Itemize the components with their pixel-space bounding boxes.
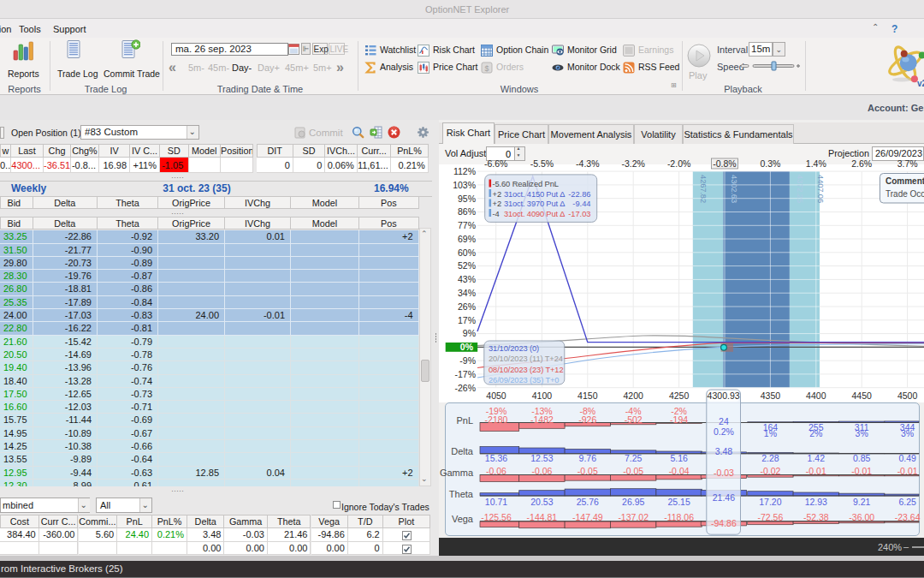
svg-text:20.53: 20.53	[530, 497, 553, 507]
svg-text:60%: 60%	[458, 247, 476, 258]
svg-text:0%: 0%	[460, 342, 474, 352]
svg-text:-0.03: -0.03	[714, 468, 734, 478]
svg-text:-17%: -17%	[454, 369, 476, 379]
svg-text:-137.02: -137.02	[618, 512, 649, 522]
svg-text:-147.49: -147.49	[572, 512, 603, 522]
svg-text:Delta: Delta	[451, 446, 474, 456]
svg-text:-0.05: -0.05	[623, 466, 643, 476]
svg-text:9.21: 9.21	[853, 497, 871, 507]
svg-text:5.16: 5.16	[670, 453, 688, 463]
svg-text:43%: 43%	[458, 274, 476, 284]
svg-text:34%: 34%	[458, 288, 476, 298]
svg-text:3.7%: 3.7%	[897, 158, 918, 169]
svg-text:Gamma: Gamma	[440, 468, 474, 478]
svg-text:31/10/2023 (0): 31/10/2023 (0)	[489, 344, 539, 353]
svg-text:-0.06: -0.06	[486, 466, 506, 476]
svg-text:31oct. 4090 Put Δ: 31oct. 4090 Put Δ	[504, 210, 565, 218]
svg-text:-125.56: -125.56	[481, 512, 512, 522]
svg-text:3%: 3%	[856, 428, 868, 438]
svg-text:77%: 77%	[458, 220, 476, 230]
svg-text:-2180: -2180	[485, 414, 508, 425]
svg-text:-926: -926	[578, 414, 596, 425]
svg-text:-36.00: -36.00	[849, 512, 874, 522]
svg-text:2.28: 2.28	[761, 453, 779, 463]
svg-text:-4: -4	[493, 210, 500, 218]
svg-text:+2: +2	[493, 200, 502, 208]
svg-text:4302.63: 4302.63	[730, 175, 738, 203]
svg-text:24: 24	[719, 416, 729, 426]
svg-text:9%: 9%	[463, 328, 476, 338]
svg-text:103%: 103%	[453, 180, 476, 190]
svg-text:Theta: Theta	[449, 489, 474, 499]
svg-text:-72.56: -72.56	[758, 512, 784, 522]
svg-text:26.95: 26.95	[622, 497, 644, 507]
svg-text:3.48: 3.48	[715, 446, 733, 456]
svg-text:17.20: 17.20	[759, 497, 781, 507]
svg-text:Trade Occu: Trade Occu	[886, 189, 924, 199]
svg-text:-9.44: -9.44	[572, 200, 590, 208]
svg-text:6.25: 6.25	[898, 497, 916, 507]
svg-text:-0.06: -0.06	[531, 466, 552, 476]
svg-text:-0.8%: -0.8%	[713, 158, 736, 169]
svg-text:PnL: PnL	[456, 415, 473, 426]
svg-text:4267.82: 4267.82	[699, 175, 708, 203]
svg-text:9.76: 9.76	[579, 453, 597, 463]
svg-text:-144.81: -144.81	[527, 512, 558, 522]
svg-text:1.4%: 1.4%	[806, 158, 826, 169]
svg-text:10.71: 10.71	[485, 497, 507, 507]
svg-text:-0.04: -0.04	[669, 466, 690, 476]
svg-text:Vega: Vega	[452, 514, 474, 524]
svg-text:12.93: 12.93	[805, 497, 827, 507]
svg-text:-6.6%: -6.6%	[484, 158, 507, 169]
svg-text:v2: v2	[917, 79, 924, 87]
svg-text:-23.64: -23.64	[895, 512, 921, 522]
svg-text:86%: 86%	[458, 206, 476, 217]
svg-text:-94.86: -94.86	[711, 518, 737, 528]
svg-text:4372.25: 4372.25	[796, 175, 804, 203]
svg-text:$: $	[484, 64, 489, 73]
svg-text:0.2%: 0.2%	[714, 426, 734, 437]
svg-text:-0.01: -0.01	[806, 466, 826, 476]
svg-text:-52.38: -52.38	[803, 512, 829, 522]
svg-text:31oct. 4150 Put Δ: 31oct. 4150 Put Δ	[504, 190, 565, 199]
svg-text:-502: -502	[625, 414, 643, 425]
svg-text:52%: 52%	[458, 260, 476, 271]
svg-text:20/10/2023 (11) T+24: 20/10/2023 (11) T+24	[489, 355, 563, 363]
svg-text:-118.06: -118.06	[664, 512, 694, 522]
svg-text:7.25: 7.25	[625, 453, 643, 463]
svg-text:-22.86: -22.86	[568, 190, 590, 199]
svg-text:-5.5%: -5.5%	[530, 158, 554, 169]
svg-text:1.42: 1.42	[808, 453, 826, 463]
svg-text:31oct. 3970 Put Δ: 31oct. 3970 Put Δ	[504, 200, 565, 208]
svg-text:112%: 112%	[453, 166, 476, 176]
svg-text:1%: 1%	[764, 428, 777, 438]
svg-text:2.6%: 2.6%	[851, 158, 872, 169]
svg-text:-1482: -1482	[530, 414, 554, 425]
svg-text:-194: -194	[670, 414, 688, 425]
svg-text:25.76: 25.76	[577, 497, 599, 507]
svg-text:26/09/2023 (35) T+0: 26/09/2023 (35) T+0	[489, 376, 559, 384]
svg-text:-5.60 Realized PnL: -5.60 Realized PnL	[493, 180, 559, 188]
svg-text:17%: 17%	[458, 315, 476, 325]
svg-text:0.3%: 0.3%	[760, 158, 780, 169]
svg-text:-17.03: -17.03	[568, 210, 590, 218]
svg-text:-0.01: -0.01	[897, 466, 918, 476]
svg-text:-9%: -9%	[459, 355, 476, 366]
svg-text:3%: 3%	[901, 428, 914, 438]
svg-text:26%: 26%	[458, 301, 476, 312]
svg-text:0.49: 0.49	[898, 453, 916, 463]
svg-text:-0.02: -0.02	[760, 466, 780, 476]
svg-text:08/10/2023 (23) T+12: 08/10/2023 (23) T+12	[489, 366, 564, 374]
svg-text:21.46: 21.46	[713, 492, 735, 503]
svg-text:-0.05: -0.05	[578, 466, 598, 476]
svg-text:12.53: 12.53	[530, 453, 553, 463]
svg-text:+2: +2	[493, 190, 502, 199]
svg-text:-3.2%: -3.2%	[621, 158, 644, 169]
svg-text:Comments: Comments	[886, 176, 924, 186]
svg-text:4300.93: 4300.93	[708, 390, 740, 401]
svg-text:-0.01: -0.01	[851, 466, 872, 476]
svg-text:15.36: 15.36	[485, 453, 507, 463]
svg-text:0.85: 0.85	[853, 453, 871, 463]
svg-text:-4.3%: -4.3%	[576, 158, 599, 169]
svg-text:25.15: 25.15	[667, 497, 690, 507]
